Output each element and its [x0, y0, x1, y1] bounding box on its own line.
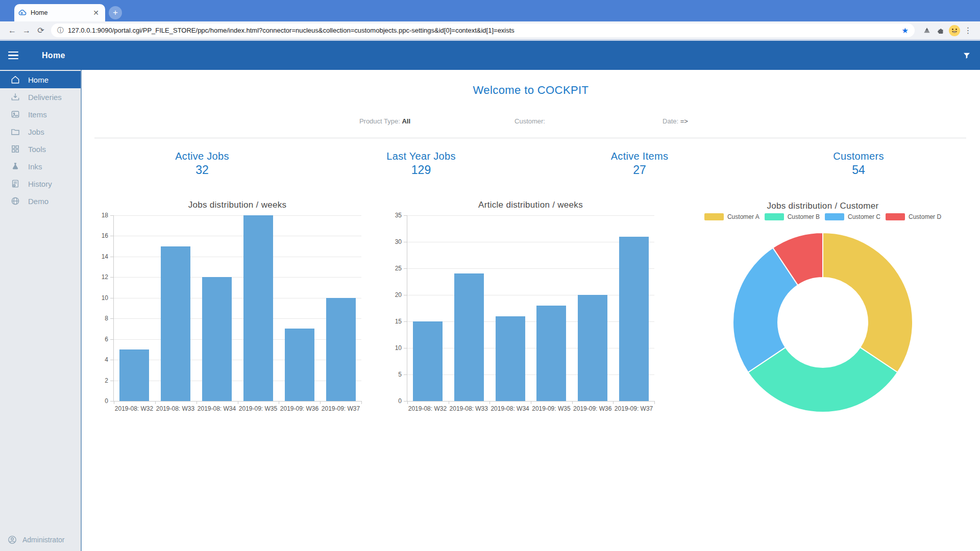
sidebar-item-tools[interactable]: Tools — [0, 140, 81, 158]
x-axis-tick — [197, 401, 197, 404]
y-axis-tick-label: 14 — [102, 253, 108, 260]
legend-item[interactable]: Customer A — [704, 213, 760, 220]
bookmark-star-icon[interactable]: ★ — [902, 26, 909, 35]
sidebar-user[interactable]: Administrator — [0, 532, 81, 548]
gridline — [114, 277, 361, 278]
bar — [454, 273, 484, 401]
url-text[interactable]: 127.0.0.1:9090/portal.cgi/PP_FILE_STORE/… — [68, 27, 896, 34]
legend-item[interactable]: Customer B — [765, 213, 820, 220]
x-axis-category-label: 2019-08: W32 — [113, 405, 155, 412]
sidebar-item-label: Items — [28, 110, 47, 119]
y-axis-tick-label: 25 — [395, 265, 402, 272]
legend-item[interactable]: Customer C — [825, 213, 880, 220]
filter-customer[interactable]: Customer: — [453, 117, 606, 125]
legend-swatch — [704, 213, 724, 220]
y-axis-tick-label: 5 — [398, 371, 402, 378]
x-axis-category-label: 2019-08: W32 — [407, 405, 448, 412]
extensions-puzzle-icon[interactable] — [934, 23, 947, 37]
article-distribution-chart: Article distribution / weeks 05101520253… — [407, 215, 654, 402]
browser-tab-bar: Home ✕ + — [0, 0, 980, 21]
browser-toolbar: ← → ⟳ ⓘ 127.0.0.1:9090/portal.cgi/PP_FIL… — [0, 21, 980, 39]
legend-label: Customer A — [727, 213, 760, 220]
sidebar-item-items[interactable]: Items — [0, 106, 81, 123]
x-axis-category-label: 2019-09: W35 — [530, 405, 572, 412]
home-icon — [10, 74, 20, 85]
drive-extension-icon[interactable] — [920, 23, 934, 37]
sidebar-item-label: Deliveries — [28, 93, 62, 102]
y-axis-tick-label: 10 — [395, 344, 402, 352]
sidebar-item-label: Demo — [28, 197, 48, 206]
address-bar[interactable]: ⓘ 127.0.0.1:9090/portal.cgi/PP_FILE_STOR… — [51, 23, 915, 37]
stat-value: 129 — [345, 163, 498, 177]
y-axis-tick — [404, 348, 407, 348]
gridline — [114, 215, 361, 216]
legend-label: Customer D — [909, 213, 941, 220]
menu-hamburger-icon[interactable] — [8, 52, 18, 60]
tab-close-icon[interactable]: ✕ — [91, 8, 101, 17]
gridline — [114, 339, 361, 340]
profile-avatar[interactable] — [947, 23, 961, 37]
gridline — [114, 236, 361, 236]
download-tray-icon — [10, 92, 20, 102]
gridline — [407, 242, 654, 242]
stat-last-year-jobs: Last Year Jobs 129 — [345, 151, 498, 177]
y-axis-tick-label: 10 — [102, 294, 108, 302]
y-axis-tick-label: 6 — [105, 336, 108, 343]
sidebar-item-label: Tools — [28, 145, 46, 154]
y-axis-tick — [404, 215, 407, 216]
x-axis-category-label: 2019-08: W33 — [448, 405, 489, 412]
flask-icon — [10, 161, 20, 171]
x-axis-labels: 2019-08: W322019-08: W332019-08: W342019… — [407, 405, 654, 412]
new-tab-button[interactable]: + — [109, 6, 122, 19]
gridline — [407, 348, 654, 348]
gridline — [407, 321, 654, 322]
bar — [119, 349, 149, 401]
browser-menu-icon[interactable]: ⋮ — [961, 23, 975, 37]
x-axis-category-label: 2019-09: W35 — [237, 405, 279, 412]
sidebar-item-history[interactable]: History — [0, 175, 81, 192]
filter-product-type[interactable]: Product Type: All — [308, 117, 461, 125]
bar — [243, 215, 273, 401]
x-axis-tick — [654, 401, 655, 404]
y-axis-tick — [404, 295, 407, 295]
sidebar-item-jobs[interactable]: Jobs — [0, 123, 81, 140]
stat-value: 27 — [563, 163, 716, 177]
app-header: Home — [0, 41, 980, 70]
legend-swatch — [825, 213, 844, 220]
filter-date[interactable]: Date: => — [599, 117, 752, 125]
y-axis-tick — [404, 401, 407, 402]
welcome-title: Welcome to COCKPIT — [82, 84, 980, 97]
bar — [619, 237, 649, 401]
y-axis-tick-label: 20 — [395, 291, 402, 298]
y-axis-tick-label: 2 — [105, 377, 108, 384]
legend-item[interactable]: Customer D — [886, 213, 941, 220]
filter-value: All — [402, 117, 410, 125]
browser-tab[interactable]: Home ✕ — [14, 4, 105, 21]
sidebar-item-inks[interactable]: Inks — [0, 158, 81, 175]
sidebar-item-home[interactable]: Home — [0, 71, 81, 88]
filter-funnel-icon[interactable] — [963, 52, 971, 60]
gridline — [114, 381, 361, 381]
x-axis-tick — [489, 401, 490, 404]
sidebar-item-label: Home — [28, 76, 48, 84]
gridline — [407, 268, 654, 269]
y-axis-tick — [404, 321, 407, 322]
page-title: Home — [42, 51, 65, 60]
x-axis-tick — [531, 401, 531, 404]
stat-customers: Customers 54 — [782, 151, 935, 177]
x-axis-tick — [361, 401, 362, 404]
sidebar-item-deliveries[interactable]: Deliveries — [0, 88, 81, 106]
site-info-icon[interactable]: ⓘ — [57, 26, 64, 35]
sidebar-item-demo[interactable]: Demo — [0, 192, 81, 210]
x-axis-tick — [572, 401, 573, 404]
bar — [578, 295, 607, 401]
bar — [202, 277, 232, 401]
plot-area: 05101520253035 — [407, 215, 654, 402]
x-axis-tick — [114, 401, 114, 404]
y-axis-tick — [110, 381, 113, 381]
folder-icon — [10, 127, 20, 137]
reload-icon[interactable]: ⟳ — [34, 26, 48, 35]
forward-icon[interactable]: → — [19, 26, 34, 35]
chart-title: Jobs distribution / Customer — [731, 201, 915, 211]
back-icon[interactable]: ← — [5, 26, 19, 35]
